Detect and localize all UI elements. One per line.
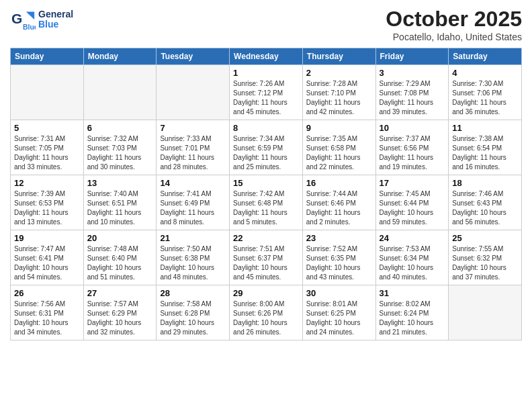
cell-info: Sunrise: 7:37 AM Sunset: 6:56 PM Dayligh… xyxy=(380,134,445,172)
day-number: 4 xyxy=(452,68,518,78)
day-number: 29 xyxy=(233,288,299,298)
calendar-cell: 4Sunrise: 7:30 AM Sunset: 7:06 PM Daylig… xyxy=(449,65,522,120)
cell-info: Sunrise: 7:56 AM Sunset: 6:31 PM Dayligh… xyxy=(14,300,80,337)
cell-info: Sunrise: 7:29 AM Sunset: 7:08 PM Dayligh… xyxy=(380,79,445,117)
cell-info: Sunrise: 7:32 AM Sunset: 7:03 PM Dayligh… xyxy=(87,134,153,172)
cell-info: Sunrise: 8:02 AM Sunset: 6:24 PM Dayligh… xyxy=(380,300,445,337)
cell-info: Sunrise: 7:44 AM Sunset: 6:46 PM Dayligh… xyxy=(306,189,372,227)
calendar-cell: 27Sunrise: 7:57 AM Sunset: 6:29 PM Dayli… xyxy=(83,285,157,340)
day-number: 30 xyxy=(306,288,372,298)
calendar-cell: 26Sunrise: 7:56 AM Sunset: 6:31 PM Dayli… xyxy=(11,285,84,340)
calendar-week-3: 12Sunrise: 7:39 AM Sunset: 6:53 PM Dayli… xyxy=(11,175,522,230)
logo-blue-text: Blue xyxy=(38,19,73,30)
day-number: 7 xyxy=(160,123,226,133)
svg-text:Blue: Blue xyxy=(23,24,36,31)
calendar-cell: 20Sunrise: 7:48 AM Sunset: 6:40 PM Dayli… xyxy=(83,230,157,285)
calendar-cell: 31Sunrise: 8:02 AM Sunset: 6:24 PM Dayli… xyxy=(375,285,449,340)
cell-info: Sunrise: 7:38 AM Sunset: 6:54 PM Dayligh… xyxy=(452,134,518,172)
col-saturday: Saturday xyxy=(449,48,522,65)
calendar-cell xyxy=(449,285,522,340)
cell-info: Sunrise: 8:00 AM Sunset: 6:26 PM Dayligh… xyxy=(233,300,299,337)
cell-info: Sunrise: 7:45 AM Sunset: 6:44 PM Dayligh… xyxy=(380,189,445,227)
cell-info: Sunrise: 7:30 AM Sunset: 7:06 PM Dayligh… xyxy=(452,79,518,117)
calendar-cell: 19Sunrise: 7:47 AM Sunset: 6:41 PM Dayli… xyxy=(11,230,84,285)
day-number: 13 xyxy=(87,178,153,188)
day-number: 21 xyxy=(160,233,226,243)
cell-info: Sunrise: 7:39 AM Sunset: 6:53 PM Dayligh… xyxy=(14,189,80,227)
calendar-table: Sunday Monday Tuesday Wednesday Thursday… xyxy=(10,48,522,340)
cell-info: Sunrise: 7:34 AM Sunset: 6:59 PM Dayligh… xyxy=(233,134,299,172)
day-number: 26 xyxy=(14,288,80,298)
day-number: 18 xyxy=(452,178,518,188)
calendar-cell: 17Sunrise: 7:45 AM Sunset: 6:44 PM Dayli… xyxy=(375,175,449,230)
day-number: 20 xyxy=(87,233,153,243)
cell-info: Sunrise: 7:28 AM Sunset: 7:10 PM Dayligh… xyxy=(306,79,372,117)
cell-info: Sunrise: 7:33 AM Sunset: 7:01 PM Dayligh… xyxy=(160,134,226,172)
calendar-cell: 2Sunrise: 7:28 AM Sunset: 7:10 PM Daylig… xyxy=(302,65,375,120)
day-number: 27 xyxy=(87,288,153,298)
calendar-cell xyxy=(83,65,157,120)
calendar-cell: 23Sunrise: 7:52 AM Sunset: 6:35 PM Dayli… xyxy=(302,230,375,285)
cell-info: Sunrise: 7:53 AM Sunset: 6:34 PM Dayligh… xyxy=(380,244,445,282)
calendar-cell: 21Sunrise: 7:50 AM Sunset: 6:38 PM Dayli… xyxy=(157,230,230,285)
calendar-cell: 5Sunrise: 7:31 AM Sunset: 7:05 PM Daylig… xyxy=(11,120,84,175)
cell-info: Sunrise: 7:51 AM Sunset: 6:37 PM Dayligh… xyxy=(233,244,299,282)
day-number: 2 xyxy=(306,68,372,78)
day-number: 24 xyxy=(380,233,445,243)
day-number: 5 xyxy=(14,123,80,133)
logo-text: General Blue xyxy=(38,9,73,30)
col-wednesday: Wednesday xyxy=(230,48,303,65)
calendar-cell: 13Sunrise: 7:40 AM Sunset: 6:51 PM Dayli… xyxy=(83,175,157,230)
day-number: 11 xyxy=(452,123,518,133)
day-number: 25 xyxy=(452,233,518,243)
calendar-cell: 3Sunrise: 7:29 AM Sunset: 7:08 PM Daylig… xyxy=(375,65,449,120)
calendar-cell: 29Sunrise: 8:00 AM Sunset: 6:26 PM Dayli… xyxy=(230,285,303,340)
header: G Blue General Blue October 2025 Pocatel… xyxy=(10,7,522,42)
cell-info: Sunrise: 7:42 AM Sunset: 6:48 PM Dayligh… xyxy=(233,189,299,227)
day-number: 16 xyxy=(306,178,372,188)
calendar-cell: 18Sunrise: 7:46 AM Sunset: 6:43 PM Dayli… xyxy=(449,175,522,230)
day-number: 9 xyxy=(306,123,372,133)
cell-info: Sunrise: 7:58 AM Sunset: 6:28 PM Dayligh… xyxy=(160,300,226,337)
logo-icon: G Blue xyxy=(10,7,36,32)
cell-info: Sunrise: 7:55 AM Sunset: 6:32 PM Dayligh… xyxy=(452,244,518,282)
calendar-cell: 30Sunrise: 8:01 AM Sunset: 6:25 PM Dayli… xyxy=(302,285,375,340)
day-number: 6 xyxy=(87,123,153,133)
calendar-cell: 8Sunrise: 7:34 AM Sunset: 6:59 PM Daylig… xyxy=(230,120,303,175)
cell-info: Sunrise: 7:57 AM Sunset: 6:29 PM Dayligh… xyxy=(87,300,153,337)
col-sunday: Sunday xyxy=(11,48,84,65)
calendar-cell: 28Sunrise: 7:58 AM Sunset: 6:28 PM Dayli… xyxy=(157,285,230,340)
cell-info: Sunrise: 7:52 AM Sunset: 6:35 PM Dayligh… xyxy=(306,244,372,282)
logo: G Blue General Blue xyxy=(10,7,73,32)
svg-text:G: G xyxy=(11,11,22,26)
cell-info: Sunrise: 8:01 AM Sunset: 6:25 PM Dayligh… xyxy=(306,300,372,337)
calendar-cell: 6Sunrise: 7:32 AM Sunset: 7:03 PM Daylig… xyxy=(83,120,157,175)
day-number: 17 xyxy=(380,178,445,188)
calendar-week-1: 1Sunrise: 7:26 AM Sunset: 7:12 PM Daylig… xyxy=(11,65,522,120)
day-number: 23 xyxy=(306,233,372,243)
day-number: 28 xyxy=(160,288,226,298)
calendar-cell xyxy=(11,65,84,120)
col-thursday: Thursday xyxy=(302,48,375,65)
calendar-cell: 7Sunrise: 7:33 AM Sunset: 7:01 PM Daylig… xyxy=(157,120,230,175)
col-friday: Friday xyxy=(375,48,449,65)
month-title: October 2025 xyxy=(386,7,522,32)
day-number: 15 xyxy=(233,178,299,188)
cell-info: Sunrise: 7:46 AM Sunset: 6:43 PM Dayligh… xyxy=(452,189,518,227)
col-monday: Monday xyxy=(83,48,157,65)
page: G Blue General Blue October 2025 Pocatel… xyxy=(0,0,532,411)
calendar-cell: 25Sunrise: 7:55 AM Sunset: 6:32 PM Dayli… xyxy=(449,230,522,285)
cell-info: Sunrise: 7:40 AM Sunset: 6:51 PM Dayligh… xyxy=(87,189,153,227)
day-number: 8 xyxy=(233,123,299,133)
cell-info: Sunrise: 7:50 AM Sunset: 6:38 PM Dayligh… xyxy=(160,244,226,282)
day-number: 31 xyxy=(380,288,445,298)
calendar-week-4: 19Sunrise: 7:47 AM Sunset: 6:41 PM Dayli… xyxy=(11,230,522,285)
logo-general-text: General xyxy=(38,9,73,19)
cell-info: Sunrise: 7:41 AM Sunset: 6:49 PM Dayligh… xyxy=(160,189,226,227)
day-number: 3 xyxy=(380,68,445,78)
col-tuesday: Tuesday xyxy=(157,48,230,65)
calendar-cell: 16Sunrise: 7:44 AM Sunset: 6:46 PM Dayli… xyxy=(302,175,375,230)
calendar-cell: 9Sunrise: 7:35 AM Sunset: 6:58 PM Daylig… xyxy=(302,120,375,175)
day-number: 10 xyxy=(380,123,445,133)
cell-info: Sunrise: 7:48 AM Sunset: 6:40 PM Dayligh… xyxy=(87,244,153,282)
